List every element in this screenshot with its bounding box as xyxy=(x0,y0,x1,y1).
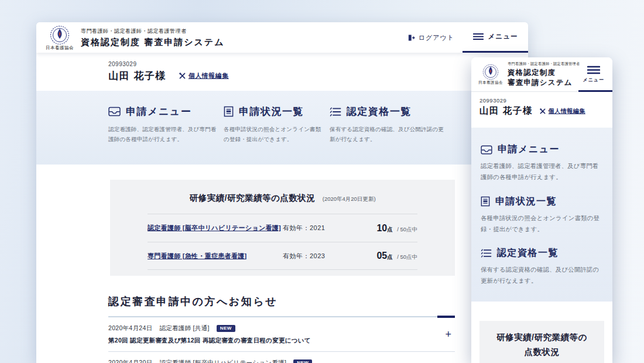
user-id: 20993029 xyxy=(479,97,604,104)
menu-item-desc: 認定看護師、認定看護管理者、及び専門看護師の各種申請が行えます。 xyxy=(108,124,224,144)
edit-profile-link[interactable]: 個人情報編集 xyxy=(179,71,229,80)
points-status-card: 研修実績/研究業績等の 点数状況 xyxy=(479,321,604,363)
menu-item-title: 申請メニュー xyxy=(498,143,560,156)
new-badge: NEW xyxy=(217,325,235,332)
points-value: 05点 / 50点中 xyxy=(353,251,417,261)
menu-item-title: 認定資格一覧 xyxy=(497,247,559,259)
news-item: 2020年4月24日 認定看護師 [共通] NEW 第20回 認定更新審査及び第… xyxy=(108,317,455,352)
qualification-link[interactable]: 専門看護師 [急性・重症患者看護] xyxy=(148,252,283,261)
user-bar: 20993029 山田 花子様 個人情報編集 xyxy=(36,53,528,91)
menu-label: メニュー xyxy=(488,32,518,41)
news-heading: 認定審査申請中の方へお知らせ xyxy=(108,294,528,309)
nursing-association-emblem-icon xyxy=(50,25,70,45)
org-name: 日本看護協会 xyxy=(478,81,503,85)
qualification-link[interactable]: 認定看護師 [脳卒中リハビリテーション看護] xyxy=(148,224,283,232)
org-logo: 日本看護協会 xyxy=(478,64,503,85)
news-title: 第20回 認定更新審査及び第12回 再認定審査の審査日程の変更について xyxy=(108,337,431,345)
news-date: 2020年4月20日 xyxy=(108,359,152,363)
menu-item-application[interactable]: 申請メニュー 認定看護師、認定看護管理者、及び専門看護師の各種申請が行えます。 xyxy=(108,105,224,165)
user-name: 山田 花子様 xyxy=(479,105,533,117)
news-category: 認定看護師 [共通] xyxy=(159,324,209,333)
inbox-icon xyxy=(481,145,492,155)
points-unit: 点 xyxy=(387,254,393,260)
logout-button[interactable]: ログアウト xyxy=(407,33,454,42)
news-item: 2020年4月20日 認定看護師 [脳卒中リハビリテーション看護] NEW 第2… xyxy=(108,352,455,363)
mobile-window: 日本看護協会 専門看護師・認定看護師・認定看護管理者 資格認定制度 審査申請シス… xyxy=(471,57,612,363)
menu-button[interactable]: メニュー xyxy=(581,66,605,83)
menu-item-desc: 各種申請状況の照会とオンライン書類の登録・提出ができます。 xyxy=(481,213,603,235)
points-total: / 50点中 xyxy=(397,254,417,260)
menu-underline xyxy=(578,90,612,92)
valid-year: 有効年：2023 xyxy=(283,252,353,261)
news-date: 2020年4月24日 xyxy=(108,324,152,333)
menu-item-status-list[interactable]: 申請状況一覧 各種申請状況の照会とオンライン書類の登録・提出ができます。 xyxy=(224,105,330,165)
edit-profile-label: 個人情報編集 xyxy=(189,71,229,80)
desktop-header: 日本看護協会 専門看護師・認定看護師・認定看護管理者 資格認定制度 審査申請シス… xyxy=(36,22,528,53)
menu-label: メニュー xyxy=(583,77,604,83)
app-title-line2: 審査申請システム xyxy=(508,78,580,88)
valid-year: 有効年：2021 xyxy=(283,224,353,232)
points-card-title-line1: 研修実績/研究業績等の xyxy=(479,330,604,345)
points-card-updated: (2020年4月20日更新) xyxy=(323,196,376,202)
menu-item-desc: 認定看護師、認定看護管理者、及び専門看護師の各種申請が行えます。 xyxy=(481,160,603,183)
user-id: 20993029 xyxy=(108,61,528,67)
app-title-block: 専門看護師・認定看護師・認定看護管理者 資格認定制度 審査申請システム xyxy=(81,28,225,48)
menu-item-title: 申請メニュー xyxy=(126,105,191,118)
menu-item-application[interactable]: 申請メニュー 認定看護師、認定看護管理者、及び専門看護師の各種申請が行えます。 xyxy=(481,143,603,183)
main-menu-strip: 申請メニュー 認定看護師、認定看護管理者、及び専門看護師の各種申請が行えます。 … xyxy=(36,91,528,165)
points-card-title: 研修実績/研究業績等の点数状況 xyxy=(189,193,315,203)
inbox-icon xyxy=(108,107,121,117)
points-card-title-line2: 点数状況 xyxy=(479,345,604,359)
new-badge: NEW xyxy=(293,359,312,363)
list-icon xyxy=(330,107,341,117)
main-menu-list: 申請メニュー 認定看護師、認定看護管理者、及び専門看護師の各種申請が行えます。 … xyxy=(471,128,612,302)
points-status-card: 研修実績/研究業績等の点数状況 (2020年4月20日更新) 認定看護師 [脳卒… xyxy=(110,180,455,276)
menu-item-qualifications[interactable]: 認定資格一覧 保有する認定資格の確認、及び公開許諾の更新が行なえます。 xyxy=(330,105,455,165)
document-icon xyxy=(481,196,490,207)
org-name: 日本看護協会 xyxy=(46,46,74,50)
logout-icon xyxy=(407,34,415,42)
app-title-line1: 資格認定制度 xyxy=(508,68,580,78)
wrench-icon xyxy=(540,108,546,114)
menu-button[interactable]: メニュー xyxy=(463,22,528,53)
expand-button[interactable]: + xyxy=(445,329,451,340)
points-value: 10点 / 50点中 xyxy=(353,223,417,234)
points-number: 05 xyxy=(376,251,387,261)
app-subtitle: 専門看護師・認定看護師・認定看護管理者 xyxy=(508,61,580,67)
menu-item-desc: 各種申請状況の照会とオンライン書類の登録・提出ができます。 xyxy=(224,124,330,144)
news-category: 認定看護師 [脳卒中リハビリテーション看護] xyxy=(159,359,286,363)
menu-item-status-list[interactable]: 申請状況一覧 各種申請状況の照会とオンライン書類の登録・提出ができます。 xyxy=(481,196,603,235)
points-row: 認定看護師 [脳卒中リハビリテーション看護] 有効年：2021 10点 / 50… xyxy=(148,214,417,242)
menu-item-title: 申請状況一覧 xyxy=(239,105,304,118)
org-logo: 日本看護協会 xyxy=(46,25,74,50)
list-icon xyxy=(481,249,492,258)
app-subtitle: 専門看護師・認定看護師・認定看護管理者 xyxy=(81,28,225,35)
points-number: 10 xyxy=(376,223,387,233)
desktop-window: 日本看護協会 専門看護師・認定看護師・認定看護管理者 資格認定制度 審査申請シス… xyxy=(36,22,528,363)
hamburger-icon xyxy=(473,33,484,40)
app-title: 資格認定制度 審査申請システム xyxy=(81,37,225,48)
nursing-association-emblem-icon xyxy=(482,64,499,80)
menu-item-title: 認定資格一覧 xyxy=(347,105,412,118)
points-unit: 点 xyxy=(387,226,393,232)
mobile-content: 研修実績/研究業績等の 点数状況 xyxy=(471,302,612,363)
document-icon xyxy=(224,106,234,117)
points-total: / 50点中 xyxy=(397,226,417,232)
menu-item-title: 申請状況一覧 xyxy=(495,196,557,208)
points-row: 専門看護師 [急性・重症患者看護] 有効年：2023 05点 / 50点中 xyxy=(148,242,417,270)
user-bar: 20993029 山田 花子様 個人情報編集 xyxy=(471,92,612,128)
menu-item-desc: 保有する認定資格の確認、及び公開許諾の更新が行なえます。 xyxy=(330,124,455,144)
news-list: 2020年4月24日 認定看護師 [共通] NEW 第20回 認定更新審査及び第… xyxy=(108,317,455,363)
edit-profile-link[interactable]: 個人情報編集 xyxy=(540,107,585,115)
app-title-block: 専門看護師・認定看護師・認定看護管理者 資格認定制度 審査申請システム xyxy=(508,61,580,88)
menu-item-desc: 保有する認定資格の確認、及び公開許諾の更新が行なえます。 xyxy=(481,264,603,287)
mobile-header: 日本看護協会 専門看護師・認定看護師・認定看護管理者 資格認定制度 審査申請シス… xyxy=(471,57,612,92)
hamburger-icon xyxy=(587,66,600,74)
logout-label: ログアウト xyxy=(419,33,454,42)
wrench-icon xyxy=(179,73,186,79)
edit-profile-label: 個人情報編集 xyxy=(549,107,585,115)
user-name: 山田 花子様 xyxy=(108,69,166,83)
menu-item-qualifications[interactable]: 認定資格一覧 保有する認定資格の確認、及び公開許諾の更新が行なえます。 xyxy=(481,247,603,287)
